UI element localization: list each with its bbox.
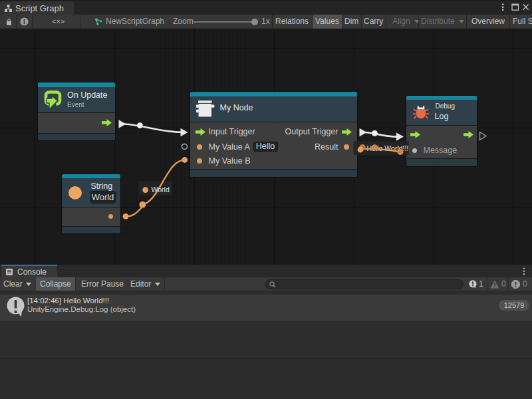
svg-text:World: World xyxy=(152,186,170,194)
